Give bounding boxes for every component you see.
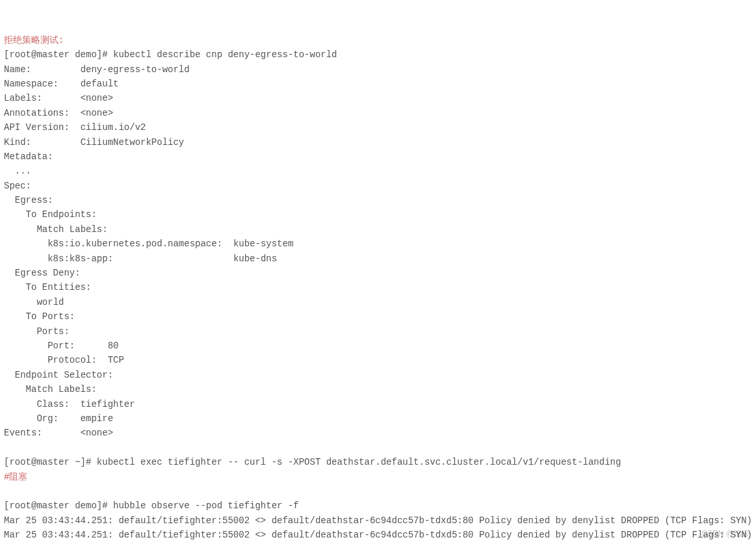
org-val: empire — [81, 413, 113, 424]
events-value: <none> — [81, 428, 113, 438]
org-label: Org: — [36, 413, 59, 424]
events-label: Events: — [4, 428, 42, 438]
metadata-dots: ... — [15, 166, 31, 176]
to-ports-label: To Ports: — [26, 311, 75, 322]
exec-prompt: [root@master ~]# — [4, 457, 97, 467]
api-version-value: cilium.io/v2 — [81, 122, 146, 133]
labels-value: <none> — [81, 93, 113, 103]
describe-command: kubectl describe cnp deny-egress-to-worl… — [113, 49, 337, 60]
api-version-label: API Version: — [4, 122, 70, 133]
log-line: Mar 25 03:43:44.251: default/tiefighter:… — [4, 530, 752, 540]
match-labels-label: Match Labels: — [36, 224, 107, 235]
es-match-labels-label: Match Labels: — [26, 384, 97, 395]
ml-app-val: kube-dns — [233, 253, 277, 264]
port-val: 80 — [108, 341, 119, 351]
watermark: CSDN @谙云 — [701, 528, 749, 540]
to-entities-label: To Entities: — [26, 282, 92, 292]
observe-command: hubble observe --pod tiefighter -f — [113, 500, 299, 511]
protocol-val: TCP — [108, 355, 124, 365]
annotations-label: Annotations: — [4, 108, 70, 118]
class-val: tiefighter — [81, 399, 135, 409]
exec-command: kubectl exec tiefighter -- curl -s -XPOS… — [97, 457, 621, 467]
endpoint-selector-label: Endpoint Selector: — [15, 370, 113, 380]
class-label: Class: — [36, 399, 69, 409]
protocol-label: Protocol: — [47, 355, 97, 365]
ml-ns-key: k8s:io.kubernetes.pod.namespace: — [47, 239, 222, 249]
log-line: Mar 25 03:43:44.251: default/tiefighter:… — [4, 515, 752, 526]
metadata-label: Metadata: — [4, 151, 53, 162]
block-comment: #阻塞 — [4, 472, 27, 482]
name-label: Name: — [4, 64, 31, 75]
spec-label: Spec: — [4, 181, 31, 191]
annotations-value: <none> — [81, 108, 113, 118]
ml-app-key: k8s:k8s-app: — [47, 253, 113, 264]
name-value: deny-egress-to-world — [81, 64, 190, 75]
to-entities-val: world — [36, 297, 64, 307]
namespace-label: Namespace: — [4, 79, 59, 89]
to-endpoints-label: To Endpoints: — [26, 209, 97, 220]
ports-label: Ports: — [36, 326, 69, 337]
port-label: Port: — [47, 341, 75, 351]
observe-prompt: [root@master demo]# — [4, 500, 113, 511]
egress-label: Egress: — [15, 195, 53, 205]
ml-ns-val: kube-system — [233, 239, 293, 249]
egress-deny-label: Egress Deny: — [15, 268, 81, 278]
namespace-value: default — [81, 79, 119, 89]
header-comment: 拒绝策略测试: — [4, 35, 64, 45]
labels-label: Labels: — [4, 93, 42, 103]
kind-label: Kind: — [4, 137, 31, 148]
kind-value: CiliumNetworkPolicy — [81, 137, 185, 148]
describe-prompt: [root@master demo]# — [4, 49, 113, 60]
